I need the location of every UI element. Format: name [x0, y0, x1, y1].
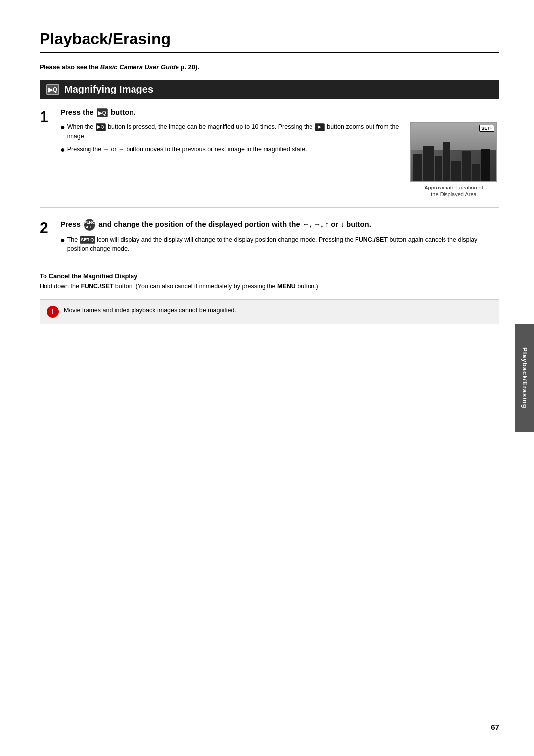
camera-screen: SET+ [410, 122, 497, 182]
set-q-icon: SET Q [80, 236, 95, 244]
building-7 [472, 164, 480, 181]
building-8 [481, 149, 490, 181]
bullet-dot-2: ● [60, 145, 65, 154]
section-header: ▶Q Magnifying Images [40, 80, 499, 99]
buildings [411, 142, 496, 181]
building-4 [443, 142, 450, 181]
note-icon: ! [47, 306, 59, 318]
main-content: Playback/Erasing Please also see the Bas… [0, 0, 534, 756]
func-set-icon: FUNCSET [84, 219, 95, 231]
set-badge: SET+ [479, 125, 494, 132]
chapter-title: Playback/Erasing [40, 30, 499, 53]
func-set-label: FUNC./SET [355, 236, 388, 243]
step-1-bullet-1-text: When the ▶Q button is pressed, the image… [67, 122, 399, 141]
section-title: Magnifying Images [64, 84, 153, 95]
bullet-dot-3: ● [60, 236, 65, 254]
section-icon: ▶Q [46, 84, 59, 95]
step-2-title-middle: and change the position of the displayed… [98, 220, 371, 228]
cancel-text: Hold down the FUNC./SET button. (You can… [40, 282, 499, 291]
building-5 [451, 161, 461, 181]
page-container: Playback/Erasing Please also see the Bas… [0, 0, 534, 756]
bullet-dot-1: ● [60, 122, 65, 141]
cancel-section: To Cancel the Magnified Display Hold dow… [40, 272, 499, 291]
sidebar-label: Playback/Erasing [521, 347, 529, 409]
step-1-title-prefix: Press the [60, 108, 96, 116]
reference-line: Please also see the Basic Camera User Gu… [40, 63, 499, 71]
step-2-title: Press FUNCSET and change the position of… [60, 219, 499, 231]
building-3 [435, 156, 442, 181]
step-1-number: 1 [40, 109, 53, 198]
step-1-image-col: SET+ Appr [408, 122, 499, 198]
building-2 [423, 146, 434, 181]
step-1-content: Press the ▶Q button. ● When the ▶Q butto… [60, 108, 499, 198]
step-2: 2 Press FUNCSET and change the position … [40, 219, 499, 264]
step-2-number: 2 [40, 220, 53, 254]
step-1-text-col: ● When the ▶Q button is pressed, the ima… [60, 122, 399, 198]
step-1-body: ● When the ▶Q button is pressed, the ima… [60, 122, 499, 198]
step-2-title-prefix: Press [60, 220, 83, 228]
func-set-bold-1: FUNC./SET [81, 283, 113, 290]
note-text: Movie frames and index playback images c… [64, 306, 236, 315]
zoom-out-icon: ▶ [315, 123, 325, 131]
sidebar-tab: Playback/Erasing [515, 324, 534, 432]
building-1 [413, 154, 422, 181]
building-6 [462, 151, 471, 181]
step-1: 1 Press the ▶Q button. ● When the ▶Q but… [40, 108, 499, 208]
step-1-bullet-2-text: Pressing the ← or → button moves to the … [67, 145, 307, 154]
page-number: 67 [491, 723, 499, 731]
step-2-layout: 2 Press FUNCSET and change the position … [40, 219, 499, 254]
note-box: ! Movie frames and index playback images… [40, 299, 499, 324]
step-1-bullet-1: ● When the ▶Q button is pressed, the ima… [60, 122, 399, 141]
step-1-button-icon: ▶Q [97, 108, 108, 117]
reference-strong: Please also see the Basic Camera User Gu… [40, 63, 199, 71]
step-2-bullet: ● The SET Q icon will display and the di… [60, 236, 499, 254]
step-1-bullet-2: ● Pressing the ← or → button moves to th… [60, 145, 399, 154]
step-1-title-suffix: button. [111, 108, 136, 116]
step-2-content: Press FUNCSET and change the position of… [60, 219, 499, 254]
step-1-title: Press the ▶Q button. [60, 108, 499, 117]
step-2-bullet-text: The SET Q icon will display and the disp… [67, 236, 499, 254]
cancel-title: To Cancel the Magnified Display [40, 272, 499, 280]
menu-bold: MENU [277, 283, 296, 290]
image-caption: Approximate Location ofthe Displayed Are… [424, 184, 483, 198]
reference-book: Basic Camera User Guide [100, 63, 179, 71]
q-icon-1: ▶Q [96, 123, 106, 131]
